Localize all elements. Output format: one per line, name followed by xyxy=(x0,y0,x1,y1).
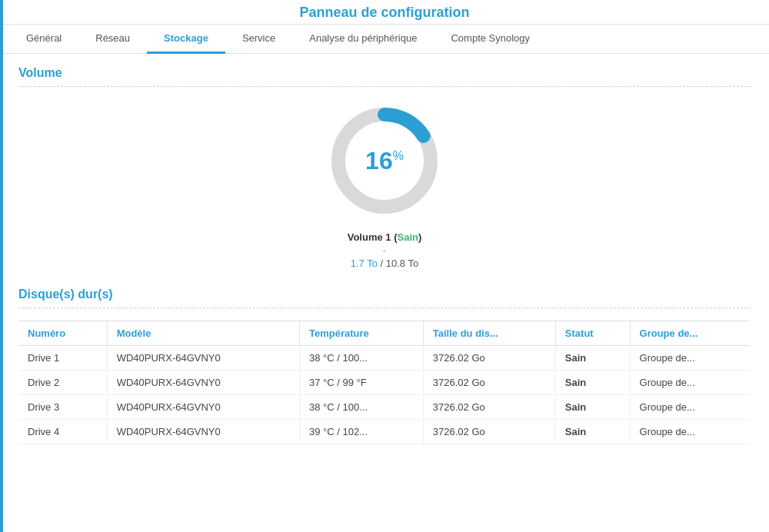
col-header-groupe: Groupe de... xyxy=(630,321,751,346)
volume-divider xyxy=(18,86,751,87)
cell-statut-2: Sain xyxy=(555,395,630,420)
col-header-temperature: Température xyxy=(300,321,424,346)
cell-temperature-1: 37 °C / 99 °F xyxy=(300,371,424,395)
table-row: Drive 4WD40PURX-64GVNY039 °C / 102...372… xyxy=(18,420,751,444)
tab-analyse[interactable]: Analyse du périphérique xyxy=(292,25,434,54)
donut-chart: 16% xyxy=(323,99,446,222)
cell-modele-0: WD40PURX-64GVNY0 xyxy=(107,346,299,371)
tabs-bar: Général Réseau Stockage Service Analyse … xyxy=(0,25,769,54)
cell-taille-3: 3726.02 Go xyxy=(423,420,555,444)
page-title: Panneau de configuration xyxy=(0,0,769,25)
cell-groupe-0: Groupe de... xyxy=(630,346,751,371)
cell-numero-2: Drive 3 xyxy=(18,395,107,420)
cell-numero-3: Drive 4 xyxy=(18,420,107,444)
cell-modele-1: WD40PURX-64GVNY0 xyxy=(107,371,299,395)
cell-statut-1: Sain xyxy=(555,371,630,395)
cell-temperature-0: 38 °C / 100... xyxy=(300,346,424,371)
cell-temperature-2: 38 °C / 100... xyxy=(300,395,424,420)
table-row: Drive 3WD40PURX-64GVNY038 °C / 100...372… xyxy=(18,395,751,420)
volume-status: Sain xyxy=(397,231,418,243)
tab-reseau[interactable]: Réseau xyxy=(78,25,147,54)
tab-stockage[interactable]: Stockage xyxy=(147,25,225,54)
volume-name: Volume 1 (Sain) xyxy=(348,231,422,243)
tab-service[interactable]: Service xyxy=(225,25,292,54)
left-accent-bar xyxy=(0,0,3,532)
size-used: 1.7 To xyxy=(351,258,378,269)
cell-numero-1: Drive 2 xyxy=(18,371,107,395)
size-separator: / xyxy=(378,258,386,269)
table-row: Drive 2WD40PURX-64GVNY037 °C / 99 °F3726… xyxy=(18,371,751,395)
volume-section-title: Volume xyxy=(18,66,751,80)
col-header-modele: Modèle xyxy=(107,321,299,346)
volume-size: 1.7 To / 10.8 To xyxy=(351,258,418,269)
tab-general[interactable]: Général xyxy=(9,25,78,54)
drives-section-title: Disque(s) dur(s) xyxy=(18,288,751,301)
cell-groupe-1: Groupe de... xyxy=(630,371,751,395)
cell-modele-2: WD40PURX-64GVNY0 xyxy=(107,395,299,420)
donut-center: 16% xyxy=(365,148,404,173)
table-header-row: Numéro Modèle Température Taille du dis.… xyxy=(18,321,751,346)
donut-percent: 16% xyxy=(365,147,404,175)
cell-statut-3: Sain xyxy=(555,420,630,444)
cell-temperature-3: 39 °C / 102... xyxy=(300,420,424,444)
col-header-statut: Statut xyxy=(555,321,630,346)
cell-taille-1: 3726.02 Go xyxy=(423,371,555,395)
volume-dash: - xyxy=(383,244,386,256)
volume-area: 16% Volume 1 (Sain) - 1.7 To / 10.8 To xyxy=(308,99,461,269)
table-row: Drive 1WD40PURX-64GVNY038 °C / 100...372… xyxy=(18,346,751,371)
cell-taille-2: 3726.02 Go xyxy=(423,395,555,420)
cell-groupe-3: Groupe de... xyxy=(630,420,751,444)
cell-taille-0: 3726.02 Go xyxy=(423,346,555,371)
tab-compte[interactable]: Compte Synology xyxy=(434,25,547,54)
cell-modele-3: WD40PURX-64GVNY0 xyxy=(107,420,299,444)
main-content: Volume 16% Volume 1 (Sain) - 1.7 To / 10… xyxy=(0,54,769,457)
col-header-numero: Numéro xyxy=(18,321,107,346)
cell-statut-0: Sain xyxy=(555,346,630,371)
size-total: 10.8 To xyxy=(386,258,418,269)
drives-table: Numéro Modèle Température Taille du dis.… xyxy=(18,321,751,444)
col-header-taille: Taille du dis... xyxy=(423,321,555,346)
cell-numero-0: Drive 1 xyxy=(18,346,107,371)
cell-groupe-2: Groupe de... xyxy=(630,395,751,420)
drives-divider xyxy=(18,308,751,308)
drives-section: Disque(s) dur(s) Numéro Modèle Températu… xyxy=(18,288,751,444)
